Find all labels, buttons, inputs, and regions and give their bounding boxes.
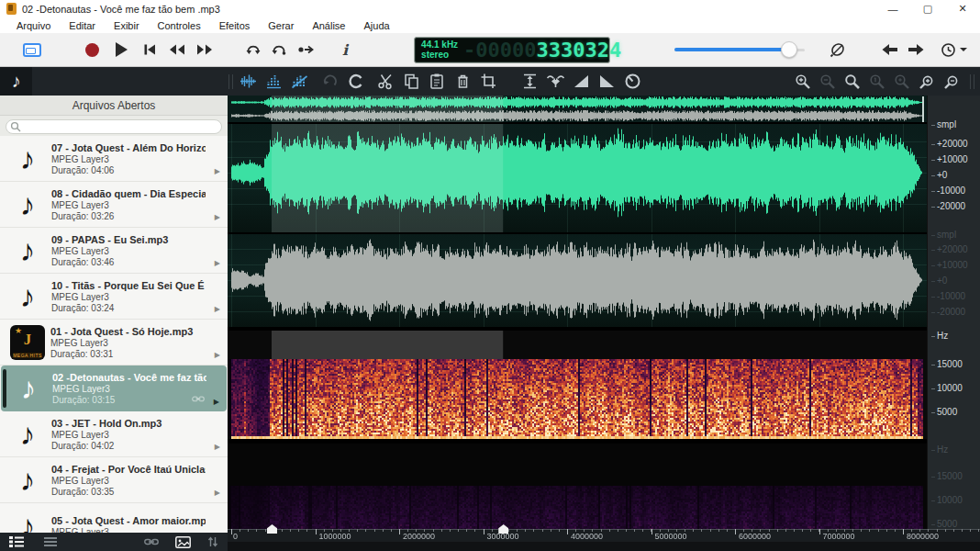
item-play-icon[interactable]: ▶ xyxy=(215,351,220,359)
item-play-icon[interactable]: ▶ xyxy=(215,167,220,175)
window-title: 02 -Detonautas - Você me faz tão bem .mp… xyxy=(22,4,220,15)
undo-button[interactable] xyxy=(320,72,340,91)
forward-arrow-icon xyxy=(908,44,924,55)
axis-tick-label: +20000 xyxy=(937,139,968,149)
file-item[interactable]: ♪05 - Jota Quest - Amor maior.mp3MPEG La… xyxy=(0,503,228,533)
volume-thumb[interactable] xyxy=(781,41,797,58)
delete-button[interactable] xyxy=(453,72,473,91)
zoom-all-icon xyxy=(843,73,862,91)
copy-button[interactable] xyxy=(402,72,421,91)
waveform-right-channel[interactable] xyxy=(228,234,927,327)
fast-forward-button[interactable] xyxy=(195,42,214,57)
history-button[interactable] xyxy=(941,42,967,58)
file-item[interactable]: ♪09 - PAPAS - Eu Sei.mp3MPEG Layer3Duraç… xyxy=(0,228,228,274)
menu-item[interactable]: Ajuda xyxy=(354,20,398,31)
file-format: MPEG Layer3 xyxy=(52,384,206,395)
control-window-button[interactable] xyxy=(23,43,41,57)
minimize-button[interactable]: — xyxy=(875,0,910,17)
menu-item[interactable]: Exibir xyxy=(105,20,149,31)
cut-button[interactable] xyxy=(376,72,395,91)
loop-selection-button[interactable] xyxy=(271,42,287,57)
overview-strip-right[interactable] xyxy=(228,109,927,122)
rewind-button[interactable] xyxy=(168,42,186,57)
album-art-toggle-button[interactable] xyxy=(175,536,191,548)
music-note-icon: ♪ xyxy=(9,186,46,223)
item-play-icon[interactable]: ▶ xyxy=(215,213,220,221)
album-art: ★JMEGA HITS xyxy=(10,325,45,360)
title-bar: 02 -Detonautas - Você me faz tão bem .mp… xyxy=(0,0,980,17)
spectrogram-right-channel[interactable] xyxy=(228,444,927,529)
axis-tick-label: +10000 xyxy=(937,260,968,270)
item-play-icon[interactable]: ▶ xyxy=(215,305,220,313)
menu-item[interactable]: Efeitos xyxy=(210,20,260,31)
menu-item[interactable]: Gerar xyxy=(259,20,303,31)
file-item[interactable]: ♪10 - Titãs - Porque Eu Sei Que É Am...M… xyxy=(0,274,228,320)
timeline-tick-label: 6000000 xyxy=(739,532,771,541)
fade-in-icon xyxy=(573,73,590,90)
forward-button[interactable] xyxy=(908,44,924,55)
pen-tool-button[interactable] xyxy=(829,40,847,59)
spectrogram-left-channel[interactable] xyxy=(228,331,927,439)
menu-item[interactable]: Editar xyxy=(60,20,105,31)
zoom-out-button[interactable] xyxy=(818,72,837,91)
zoom-all-button[interactable] xyxy=(842,72,862,91)
toolbar-grip[interactable] xyxy=(228,74,233,89)
back-button[interactable] xyxy=(882,44,898,55)
skip-to-start-button[interactable] xyxy=(142,42,157,57)
file-item[interactable]: ♪04 - Frejat - Por Você Itaú Uniclass...… xyxy=(0,457,228,503)
music-note-icon: ♪ xyxy=(9,416,46,453)
waveform-view-button[interactable] xyxy=(239,72,258,91)
spectrum-view-button[interactable] xyxy=(264,72,284,91)
zoom-selection-button[interactable] xyxy=(892,72,911,91)
zoom-vertical-out-button[interactable] xyxy=(941,72,961,91)
file-item[interactable]: ♪02 -Detonautas - Você me faz tão b...MP… xyxy=(1,365,227,411)
file-item[interactable]: ♪07 - Jota Quest - Além Do Horizont...MP… xyxy=(0,136,228,182)
max-amplitude-button[interactable] xyxy=(520,72,540,91)
trim-button[interactable] xyxy=(479,72,498,91)
zoom-vertical-in-button[interactable] xyxy=(917,72,936,91)
waveform-left-channel[interactable] xyxy=(228,124,927,232)
loop-playback-button[interactable] xyxy=(245,42,262,57)
play-button[interactable] xyxy=(116,42,128,57)
shrink-selection-button[interactable] xyxy=(546,72,565,91)
file-item[interactable]: ♪08 - Cidadão quem - Dia Especial.mp3MPE… xyxy=(0,182,228,228)
volume-knob-button[interactable] xyxy=(623,72,642,91)
detail-list-view-button[interactable] xyxy=(9,536,24,547)
axis-unit-label: Hz xyxy=(937,444,948,455)
item-play-icon[interactable]: ▶ xyxy=(215,443,220,451)
paste-button[interactable] xyxy=(428,72,447,91)
zoom-in-button[interactable] xyxy=(793,72,812,91)
menu-item[interactable]: Controles xyxy=(149,20,210,31)
fade-in-button[interactable] xyxy=(572,72,591,91)
close-button[interactable]: ✕ xyxy=(945,0,980,17)
menu-item[interactable]: Arquivo xyxy=(7,20,60,31)
vertical-expand-icon xyxy=(521,73,539,90)
link-filter-button[interactable] xyxy=(144,537,159,546)
file-item[interactable]: ★JMEGA HITS01 - Jota Quest - Só Hoje.mp3… xyxy=(0,320,228,365)
music-note-icon: ♪ xyxy=(9,462,46,499)
item-play-icon[interactable]: ▶ xyxy=(214,398,219,406)
play-from-marker-button[interactable] xyxy=(296,43,315,56)
record-button[interactable] xyxy=(85,43,99,57)
fade-out-button[interactable] xyxy=(597,72,617,91)
combined-view-button[interactable] xyxy=(290,72,309,91)
file-item[interactable]: ♪03 - JET - Hold On.mp3MPEG Layer3Duraçã… xyxy=(0,411,228,457)
overview-strip-left[interactable] xyxy=(228,96,927,109)
menu-item[interactable]: Análise xyxy=(303,20,354,31)
item-play-icon[interactable]: ▶ xyxy=(215,489,220,497)
zoom-out-icon xyxy=(819,73,837,91)
axis-tick-label: -10000 xyxy=(937,291,965,301)
zoom-1to1-button[interactable] xyxy=(867,72,886,91)
toolbar-grip-right[interactable] xyxy=(970,74,974,89)
pen-icon xyxy=(829,40,847,59)
search-input[interactable] xyxy=(6,119,222,134)
compact-list-view-button[interactable] xyxy=(44,537,57,546)
zoom-vertical-in-icon xyxy=(918,73,936,91)
sort-order-button[interactable] xyxy=(207,536,218,547)
redo-button[interactable] xyxy=(346,72,365,91)
item-play-icon[interactable]: ▶ xyxy=(215,259,220,267)
trash-icon xyxy=(454,73,472,90)
maximize-button[interactable]: ▢ xyxy=(910,0,945,17)
volume-slider[interactable] xyxy=(674,41,805,58)
info-button[interactable]: i xyxy=(342,41,348,59)
